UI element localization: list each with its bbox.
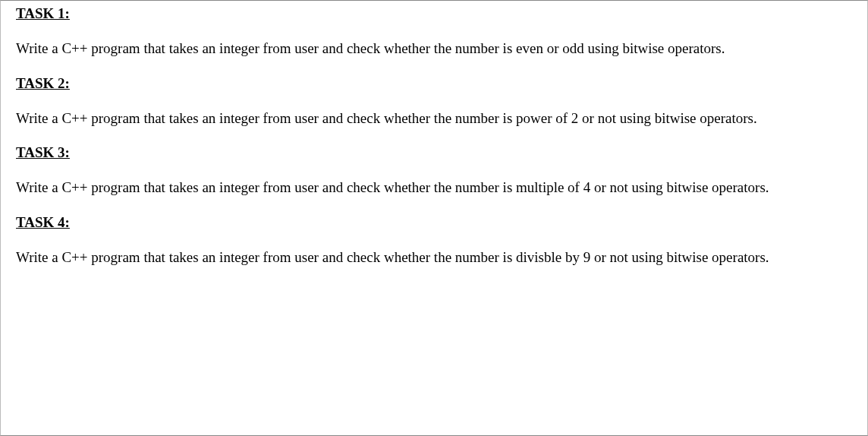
task-4-heading: TASK 4: (16, 214, 852, 231)
task-2-heading: TASK 2: (16, 75, 852, 92)
task-3-body: Write a C++ program that takes an intege… (16, 178, 852, 197)
task-3-heading: TASK 3: (16, 144, 852, 161)
task-1-heading: TASK 1: (16, 5, 852, 22)
task-4-body: Write a C++ program that takes an intege… (16, 248, 852, 267)
task-2-body: Write a C++ program that takes an intege… (16, 109, 852, 128)
document-page: TASK 1: Write a C++ program that takes a… (0, 0, 868, 436)
task-1-body: Write a C++ program that takes an intege… (16, 39, 852, 58)
